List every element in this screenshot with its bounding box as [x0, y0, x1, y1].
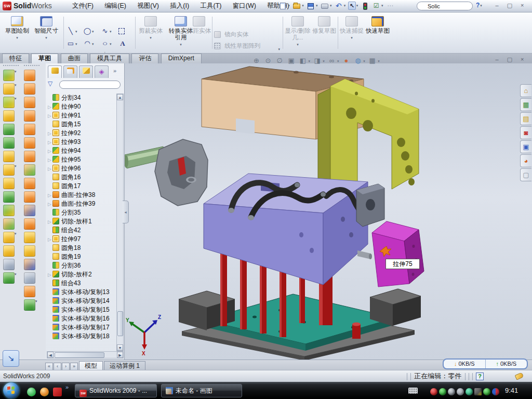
combine-icon[interactable]: [3, 191, 15, 203]
expand-arrow[interactable]: ▷: [47, 156, 52, 165]
tree-item[interactable]: ▷拉伸93: [47, 138, 115, 147]
tree-item[interactable]: ▷曲面-拉伸38: [47, 191, 115, 200]
menu-file[interactable]: 文件(F): [68, 0, 98, 12]
panel-splitter-handle[interactable]: ◂: [123, 201, 129, 223]
rib-icon[interactable]: [3, 178, 15, 189]
insert-part-icon[interactable]: [3, 232, 15, 243]
dome-icon[interactable]: [24, 299, 35, 311]
thicken-icon[interactable]: [24, 232, 35, 243]
expand-arrow[interactable]: ▷: [47, 191, 52, 200]
trim-surface-icon[interactable]: [24, 272, 35, 284]
expand-arrow[interactable]: ▷: [47, 112, 52, 121]
taskpane-file-explorer-tab[interactable]: ▤: [520, 112, 531, 125]
tab-surfaces[interactable]: 曲面: [61, 54, 88, 63]
start-button[interactable]: [3, 382, 19, 398]
print-icon[interactable]: [320, 2, 329, 10]
offset-surface-icon[interactable]: [24, 178, 35, 189]
options-icon[interactable]: ☑: [371, 2, 381, 10]
model-canvas[interactable]: Y Z X: [125, 63, 532, 360]
tray-volume-icon[interactable]: [457, 388, 464, 395]
tray-security-alert-icon[interactable]: [430, 388, 437, 395]
display-delete-relations-button[interactable]: 显示/删除几...▾: [285, 15, 311, 51]
help-button[interactable]: ?▾: [476, 2, 483, 9]
draft-icon[interactable]: [3, 137, 15, 149]
tree-item[interactable]: 分割34: [47, 94, 115, 102]
expand-arrow[interactable]: ▷: [47, 218, 52, 227]
ellipse-tool-icon[interactable]: ○: [100, 39, 111, 48]
tree-item[interactable]: 圆角15: [47, 120, 115, 129]
scroll-down-button[interactable]: ▼: [117, 344, 123, 351]
scroll-left-button[interactable]: ◀: [47, 352, 54, 358]
input-language-icon[interactable]: [408, 388, 418, 394]
toolbar-grip[interactable]: [3, 65, 19, 68]
repair-sketch-button[interactable]: 修复草图: [312, 15, 337, 51]
scroll-right-button[interactable]: ▶: [117, 352, 123, 358]
taskpane-design-library-tab[interactable]: ▦: [520, 98, 531, 111]
undo-icon[interactable]: ↶: [334, 2, 343, 10]
tab-sketch[interactable]: 草图: [31, 54, 58, 63]
scroll-up-button[interactable]: ▲: [117, 94, 123, 100]
tab-dimxpert[interactable]: DimXpert: [161, 54, 202, 63]
search-input[interactable]: [417, 2, 473, 10]
configuration-manager-tab[interactable]: [79, 65, 93, 78]
taskbar-button-solidworks[interactable]: SWSolidWorks 2009 - ...: [75, 384, 157, 397]
taskbar-button-paint[interactable]: 未命名 - 画图: [161, 384, 242, 397]
tree-item[interactable]: 分割35: [47, 208, 115, 217]
spline-tool-icon[interactable]: ∿: [101, 27, 109, 35]
tree-item[interactable]: 组合42: [47, 226, 115, 235]
taskpane-resources-tab[interactable]: ⌂: [520, 84, 531, 97]
scroll-thumb[interactable]: [117, 311, 123, 336]
tree-item[interactable]: ▷拉伸92: [47, 129, 115, 138]
part-rail-right[interactable]: [370, 289, 421, 326]
tray-network-warning-icon[interactable]: [474, 388, 482, 395]
tray-sync-icon[interactable]: [492, 388, 499, 395]
tree-item[interactable]: 分割36: [47, 261, 115, 270]
taskpane-search-tab[interactable]: ◙: [520, 126, 531, 139]
doc-close-button[interactable]: ×: [517, 56, 528, 64]
sketch-text-tool-icon[interactable]: A: [118, 39, 127, 48]
quicklaunch-solidworks-icon[interactable]: [53, 388, 62, 396]
rebuild-icon[interactable]: [361, 2, 370, 10]
tree-item[interactable]: 圆角18: [47, 244, 115, 252]
quicklaunch-messenger-icon[interactable]: [27, 388, 36, 396]
tree-item[interactable]: 实体-移动/复制15: [47, 305, 115, 314]
circle-tool-icon[interactable]: ◯: [83, 27, 91, 35]
tree-item[interactable]: ▷拉伸91: [47, 111, 115, 120]
expand-arrow[interactable]: ▷: [47, 200, 52, 209]
expand-arrow[interactable]: ▷: [47, 147, 52, 156]
knit-surface-icon[interactable]: [24, 286, 35, 297]
tree-item[interactable]: 实体-移动/复制13: [47, 288, 115, 297]
rectangle-tool-icon[interactable]: ▭: [66, 39, 75, 48]
curve-icon[interactable]: [3, 272, 15, 284]
offset-entities-button[interactable]: 等距实体: [186, 15, 212, 51]
toolbar-overflow-item[interactable]: ⋯: [385, 2, 395, 10]
expand-arrow[interactable]: ▷: [47, 271, 52, 280]
toolbar-grip[interactable]: [24, 65, 39, 68]
tree-item[interactable]: ▷曲面-拉伸39: [47, 200, 115, 208]
split-icon[interactable]: [3, 205, 15, 216]
reference-geometry-icon[interactable]: [3, 259, 15, 270]
tree-item[interactable]: ▷拉伸97: [47, 235, 115, 244]
save-icon[interactable]: [306, 2, 315, 10]
extruded-boss-icon[interactable]: [3, 70, 15, 81]
tree-item[interactable]: 实体-移动/复制16: [47, 314, 115, 323]
apply-scene-icon[interactable]: ◍: [353, 55, 363, 66]
dimxpert-manager-tab[interactable]: ◈: [95, 65, 109, 78]
boundary-surface-icon[interactable]: [24, 110, 35, 122]
expand-arrow[interactable]: ▷: [47, 235, 52, 244]
tree-item[interactable]: ▷拉伸94: [47, 147, 115, 155]
tag-icon[interactable]: [515, 372, 524, 380]
arc-tool-icon[interactable]: ◠: [83, 39, 91, 48]
chamfer-icon[interactable]: [3, 110, 15, 122]
motion-study-tab[interactable]: 运动算例 1: [104, 361, 145, 370]
magnified-selection-icon[interactable]: ∅: [275, 55, 285, 66]
hide-show-items-icon[interactable]: ∞: [327, 55, 337, 66]
close-button[interactable]: ×: [517, 2, 528, 10]
scroll-thumb[interactable]: [55, 352, 104, 358]
revolved-surface-icon[interactable]: [24, 83, 35, 95]
zoom-area-icon[interactable]: ⊙: [263, 55, 273, 66]
select-tool-button[interactable]: ↖: [348, 2, 356, 10]
menu-edit[interactable]: 编辑(E): [100, 0, 131, 12]
taskpane-appearances-tab[interactable]: ◕: [520, 154, 531, 167]
model-tab[interactable]: 模型: [79, 361, 103, 370]
